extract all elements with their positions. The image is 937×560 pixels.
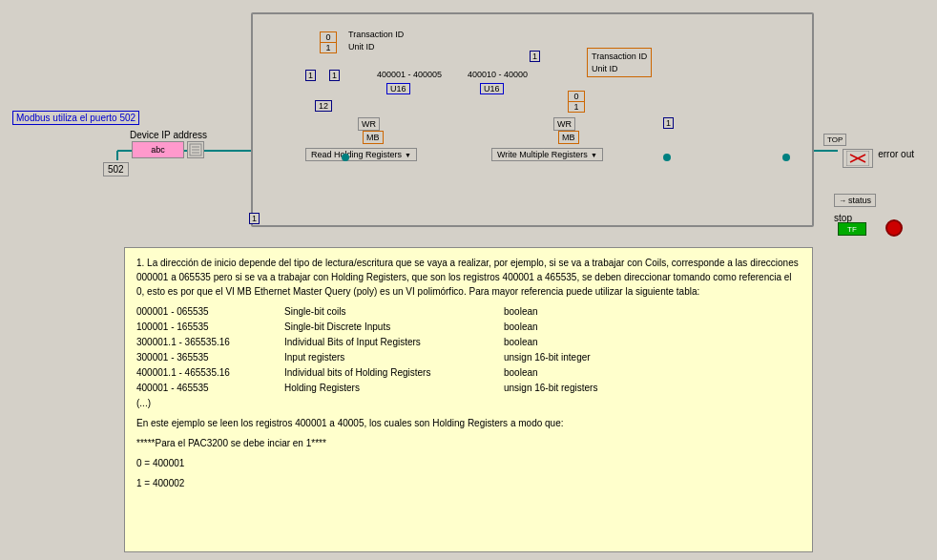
register-range: 300001.1 - 365535.16 [136,335,275,349]
register-range: 400001 - 465535 [136,381,275,395]
para2: En este ejemplo se leen los registros 40… [136,416,801,430]
num-1-a: 1 [305,70,316,81]
abc-block: abc [132,141,184,158]
register-name [284,396,494,410]
error-icon [846,151,869,166]
range-1: 400001 - 400005 [377,70,442,79]
register-name: Single-bit coils [284,304,494,319]
mb-block-2: MB [558,131,579,144]
error-block [843,149,873,168]
register-range: 400001.1 - 465535.16 [136,365,275,380]
text-box-container: 1. La dirección de inicio depende del ti… [8,247,929,552]
para3: *****Para el PAC3200 se debe inciar en 1… [136,436,801,450]
block-502: 502 [103,162,129,176]
trans-unit-label-2: Transaction ID Unit ID [587,48,652,77]
small-icon [189,143,202,156]
device-ip-label: Device IP address [130,130,207,140]
main-block: 0 1 Transaction ID Unit ID 1 1 12 400001… [251,12,814,227]
register-type: boolean [504,335,628,349]
register-row: 000001 - 065535Single-bit coilsboolean [136,304,801,319]
zero-value: 0 [321,32,336,43]
register-type: boolean [504,320,628,334]
tf-block: TF [838,222,866,236]
register-row: 400001.1 - 465535.16Individual bits of H… [136,365,801,380]
register-table: 000001 - 065535Single-bit coilsboolean10… [136,304,801,410]
register-range: 300001 - 365535 [136,350,275,364]
read-registers-label[interactable]: Read Holding Registers ▼ [305,148,417,161]
register-type: unsign 16-bit integer [504,350,628,364]
u16-box-2: U16 [480,83,504,94]
register-type: boolean [504,304,628,319]
one-value-2: 1 [569,102,584,112]
register-name: Individual Bits of Input Registers [284,335,494,349]
register-range: 100001 - 165535 [136,320,275,334]
register-row: (...) [136,396,801,410]
register-row: 300001 - 365535Input registersunsign 16-… [136,350,801,364]
register-name: Single-bit Discrete Inputs [284,320,494,334]
register-row: 300001.1 - 365535.16Individual Bits of I… [136,335,801,349]
register-range: 000001 - 065535 [136,304,275,319]
connector-dot-1 [342,154,349,161]
num-1-b: 1 [329,70,340,81]
dropdown-arrow-write: ▼ [591,152,597,158]
register-name: Input registers [284,350,494,364]
one-value: 1 [321,43,336,52]
register-row: 100001 - 165535Single-bit Discrete Input… [136,320,801,334]
wr-block-1: WR [358,117,380,131]
register-type [504,396,628,410]
top-block-right: TOP [823,134,846,146]
register-name: Holding Registers [284,381,494,395]
para4-line1: 0 = 400001 [136,456,801,470]
write-registers-label[interactable]: Write Multiple Registers ▼ [491,148,603,161]
error-out-label: error out [878,149,914,159]
diagram-area: Modbus utiliza el puerto 502 502 Device … [8,8,924,241]
register-range: (...) [136,396,275,410]
register-type: boolean [504,365,628,380]
num-1-d: 1 [663,117,674,129]
connector-dot-2 [663,154,671,161]
wr-block-2: WR [553,117,575,131]
main-container: Modbus utiliza el puerto 502 502 Device … [0,0,937,560]
zero-one-box: 0 1 [320,31,337,53]
para4-line2: 1 = 400002 [136,476,801,490]
para1: 1. La dirección de inicio depende del ti… [136,256,801,299]
status-block: → status [834,194,876,207]
connector-dot-3 [782,154,790,161]
zero-one-box-2: 0 1 [568,91,585,113]
register-row: 400001 - 465535Holding Registersunsign 1… [136,381,801,395]
num-12: 12 [315,100,332,112]
num-1-outer: 1 [249,213,260,224]
trans-unit-label-1: Transaction ID Unit ID [348,29,404,52]
mb-block-1: MB [363,131,384,144]
text-box: 1. La dirección de inicio depende del ti… [124,247,813,552]
num-1-c: 1 [530,51,540,62]
modbus-label: Modbus utiliza el puerto 502 [12,111,139,125]
dropdown-arrow-read: ▼ [405,152,411,158]
stop-button[interactable] [885,219,903,237]
zero-value-2: 0 [569,92,584,102]
mb-inner: 0 1 Transaction ID Unit ID 1 1 12 400001… [253,14,812,225]
register-type: unsign 16-bit registers [504,381,628,395]
u16-box-1: U16 [386,83,410,94]
small-block-right [187,141,204,158]
range-2: 400010 - 40000 [468,70,528,79]
register-name: Individual bits of Holding Registers [284,365,494,380]
